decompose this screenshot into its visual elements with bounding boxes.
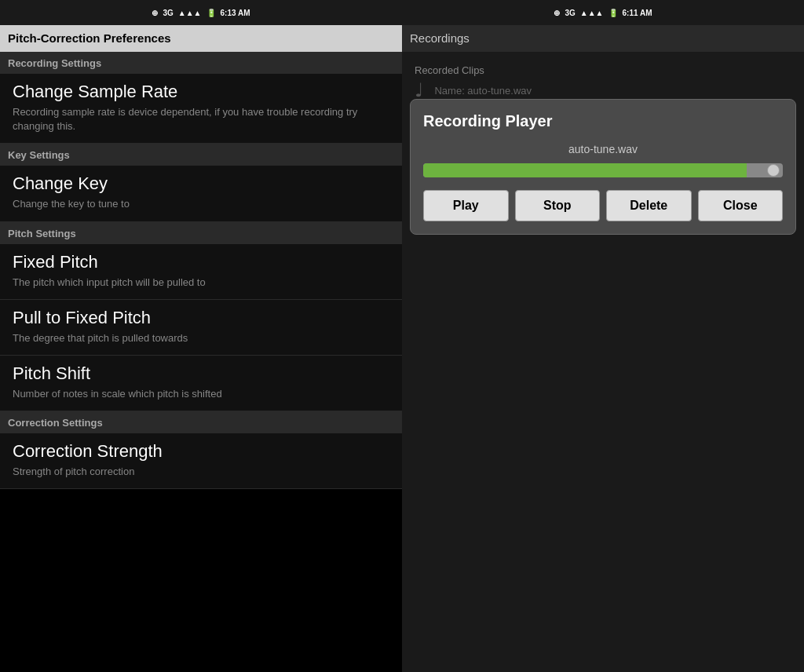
app-title-bar: Pitch-Correction Preferences (0, 25, 402, 52)
dialog-filename: auto-tune.wav (423, 143, 783, 155)
recording-player-dialog: Recording Player auto-tune.wav Play Stop… (410, 99, 796, 235)
recording-label: Recorded Clips (415, 64, 791, 76)
recording-name: Name: auto-tune.wav (434, 85, 532, 97)
network-label-left: 3G (163, 9, 173, 17)
dialog-buttons: Play Stop Delete Close (423, 190, 783, 221)
section-label-key: Key Settings (8, 149, 70, 161)
section-header-correction: Correction Settings (0, 411, 402, 433)
item-title-change-key: Change Key (13, 173, 389, 194)
item-desc-change-key: Change the key to tune to (13, 197, 389, 211)
progress-bar[interactable] (423, 163, 783, 177)
section-label-pitch: Pitch Settings (8, 228, 76, 239)
left-panel: ⊕ 3G ▲▲▲ 🔋 6:13 AM Pitch-Correction Pref… (0, 0, 402, 672)
list-item-change-key[interactable]: Change Key Change the key to tune to (0, 166, 402, 221)
right-top-title: Recordings (410, 31, 470, 45)
right-top-bar: Recordings (402, 25, 804, 52)
section-label-correction: Correction Settings (8, 417, 103, 429)
list-item-correction-strength[interactable]: Correction Strength Strength of pitch co… (0, 433, 402, 489)
time-left: 6:13 AM (221, 9, 250, 17)
list-item-sample-rate[interactable]: Change Sample Rate Recording sample rate… (0, 74, 402, 144)
music-note-icon: ♩ (415, 79, 423, 101)
section-header-key: Key Settings (0, 144, 402, 166)
item-desc-correction-strength: Strength of pitch correction (13, 465, 389, 479)
list-item-fixed-pitch[interactable]: Fixed Pitch The pitch which input pitch … (0, 244, 402, 300)
close-button[interactable]: Close (698, 190, 784, 221)
signal-icon-left: ▲▲▲ (178, 9, 202, 17)
section-label-recording: Recording Settings (8, 57, 101, 69)
gps-icon: ⊕ (152, 9, 158, 17)
item-title-fixed-pitch: Fixed Pitch (13, 252, 389, 272)
item-title-sample-rate: Change Sample Rate (13, 82, 389, 102)
battery-icon-right: 🔋 (608, 9, 618, 17)
left-status-bar: ⊕ 3G ▲▲▲ 🔋 6:13 AM (0, 0, 402, 25)
right-status-bar: ⊕ 3G ▲▲▲ 🔋 6:11 AM (402, 0, 804, 25)
item-desc-pull-to-fixed: The degree that pitch is pulled towards (13, 331, 389, 345)
battery-icon-left: 🔋 (206, 9, 216, 17)
item-desc-pitch-shift: Number of notes in scale which pitch is … (13, 387, 389, 401)
item-desc-fixed-pitch: The pitch which input pitch will be pull… (13, 276, 389, 290)
signal-icon-right: ▲▲▲ (580, 9, 604, 17)
list-item-pitch-shift[interactable]: Pitch Shift Number of notes in scale whi… (0, 356, 402, 411)
stop-button[interactable]: Stop (515, 190, 601, 221)
right-content: Recorded Clips ♩ Name: auto-tune.wav Len… (402, 52, 804, 672)
section-header-recording: Recording Settings (0, 52, 402, 74)
dialog-title: Recording Player (423, 112, 783, 130)
network-label-right: 3G (565, 9, 575, 17)
play-button[interactable]: Play (423, 190, 509, 221)
time-right: 6:11 AM (623, 9, 652, 17)
gps-icon-right: ⊕ (554, 9, 560, 17)
right-panel: ⊕ 3G ▲▲▲ 🔋 6:11 AM Recordings Recorded C… (402, 0, 804, 672)
app-title: Pitch-Correction Preferences (8, 31, 171, 45)
item-title-correction-strength: Correction Strength (13, 441, 389, 462)
item-title-pitch-shift: Pitch Shift (13, 363, 389, 384)
item-desc-sample-rate: Recording sample rate is device dependen… (13, 105, 389, 133)
section-header-pitch: Pitch Settings (0, 222, 402, 244)
progress-bar-thumb (767, 164, 780, 177)
item-title-pull-to-fixed: Pull to Fixed Pitch (13, 308, 389, 328)
progress-bar-fill (423, 163, 747, 177)
list-item-pull-to-fixed[interactable]: Pull to Fixed Pitch The degree that pitc… (0, 300, 402, 356)
delete-button[interactable]: Delete (606, 190, 692, 221)
